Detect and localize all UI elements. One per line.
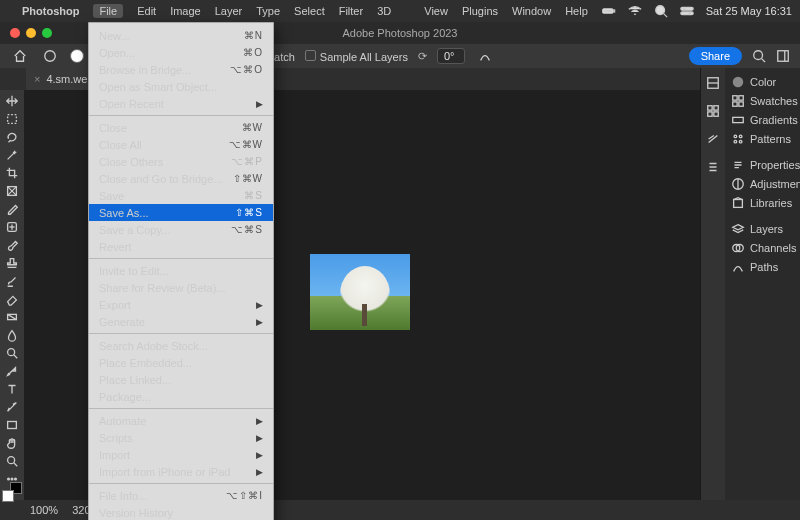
- panel-libraries[interactable]: Libraries: [729, 195, 796, 211]
- tool-brush[interactable]: [2, 238, 22, 252]
- tool-path[interactable]: [2, 400, 22, 414]
- tool-zoom[interactable]: [2, 454, 22, 468]
- menu-item-browse-in-bridge[interactable]: Browse in Bridge...⌥⌘O: [89, 61, 273, 78]
- menu-layer[interactable]: Layer: [215, 5, 243, 17]
- menu-image[interactable]: Image: [170, 5, 201, 17]
- menu-view[interactable]: View: [424, 5, 448, 17]
- control-center-icon[interactable]: [680, 4, 694, 18]
- workspace-toggle-icon[interactable]: [776, 49, 790, 63]
- menu-edit[interactable]: Edit: [137, 5, 156, 17]
- panel-paths[interactable]: Paths: [729, 259, 796, 275]
- tool-wand[interactable]: [2, 148, 22, 162]
- menubar-clock[interactable]: Sat 25 May 16:31: [706, 5, 792, 17]
- menu-window[interactable]: Window: [512, 5, 551, 17]
- menu-item-invite-to-edit[interactable]: Invite to Edit...: [89, 262, 273, 279]
- home-button[interactable]: [10, 47, 30, 65]
- svg-rect-48: [734, 200, 743, 208]
- panel-color[interactable]: Color: [729, 74, 796, 90]
- panel-channels[interactable]: Channels: [729, 240, 796, 256]
- menu-item-save-a-copy[interactable]: Save a Copy...⌥⌘S: [89, 221, 273, 238]
- panel-gradients[interactable]: Gradients: [729, 112, 796, 128]
- menu-item-new[interactable]: New...⌘N: [89, 27, 273, 44]
- tool-stamp[interactable]: [2, 256, 22, 270]
- svg-rect-35: [708, 112, 712, 116]
- menu-item-import-from-iphone-or-ipad[interactable]: Import from iPhone or iPad▶: [89, 463, 273, 480]
- wifi-icon: [628, 4, 642, 18]
- menu-type[interactable]: Type: [256, 5, 280, 17]
- panel-patterns[interactable]: Patterns: [729, 131, 796, 147]
- zoom-level[interactable]: 100%: [30, 504, 58, 516]
- tools-panel: [0, 90, 24, 500]
- panel-strip-icon-2[interactable]: [704, 102, 722, 120]
- panel-strip-icon-4[interactable]: [704, 158, 722, 176]
- tool-type[interactable]: [2, 382, 22, 396]
- menu-item-version-history[interactable]: Version History: [89, 504, 273, 520]
- tool-eraser[interactable]: [2, 292, 22, 306]
- tool-hand[interactable]: [2, 436, 22, 450]
- panel-layers[interactable]: Layers: [729, 221, 796, 237]
- minimize-window-button[interactable]: [26, 28, 36, 38]
- panel-swatches[interactable]: Swatches: [729, 93, 796, 109]
- panel-adjustments[interactable]: Adjustments: [729, 176, 796, 192]
- panel-strip-icon-3[interactable]: [704, 130, 722, 148]
- menu-item-generate[interactable]: Generate▶: [89, 313, 273, 330]
- menu-select[interactable]: Select: [294, 5, 325, 17]
- tool-crop[interactable]: [2, 166, 22, 180]
- panel-properties[interactable]: Properties: [729, 157, 796, 173]
- menu-item-save: Save⌘S: [89, 187, 273, 204]
- menu-app[interactable]: Photoshop: [22, 5, 79, 17]
- panel-strip-icon-1[interactable]: [704, 74, 722, 92]
- svg-rect-38: [733, 96, 737, 100]
- menu-item-open[interactable]: Open...⌘O: [89, 44, 273, 61]
- tool-rectangle[interactable]: [2, 418, 22, 432]
- menu-item-automate[interactable]: Automate▶: [89, 412, 273, 429]
- menu-item-save-as[interactable]: Save As...⇧⌘S: [89, 204, 273, 221]
- svg-rect-41: [739, 102, 743, 106]
- tool-preset-button[interactable]: [40, 47, 60, 65]
- menu-item-place-linked[interactable]: Place Linked...: [89, 371, 273, 388]
- menu-filter[interactable]: Filter: [339, 5, 363, 17]
- svg-point-28: [8, 478, 10, 480]
- menu-item-place-embedded[interactable]: Place Embedded...: [89, 354, 273, 371]
- tool-dodge[interactable]: [2, 346, 22, 360]
- canvas-image[interactable]: [310, 254, 410, 330]
- search-icon[interactable]: [654, 4, 668, 18]
- menu-item-open-as-smart-object[interactable]: Open as Smart Object...: [89, 78, 273, 95]
- menu-item-open-recent[interactable]: Open Recent▶: [89, 95, 273, 112]
- sample-all-layers-checkbox[interactable]: Sample All Layers: [305, 50, 408, 63]
- menu-item-import[interactable]: Import▶: [89, 446, 273, 463]
- close-window-button[interactable]: [10, 28, 20, 38]
- search-workspace-icon[interactable]: [752, 49, 766, 63]
- tool-eyedropper[interactable]: [2, 202, 22, 216]
- tool-lasso[interactable]: [2, 130, 22, 144]
- tool-blur[interactable]: [2, 328, 22, 342]
- tool-history[interactable]: [2, 274, 22, 288]
- menu-item-scripts[interactable]: Scripts▶: [89, 429, 273, 446]
- pressure-button[interactable]: [475, 47, 495, 65]
- menu-item-export[interactable]: Export▶: [89, 296, 273, 313]
- menu-file[interactable]: File: [93, 4, 123, 18]
- share-button[interactable]: Share: [689, 47, 742, 65]
- menu-item-close[interactable]: Close⌘W: [89, 119, 273, 136]
- maximize-window-button[interactable]: [42, 28, 52, 38]
- tool-move[interactable]: [2, 94, 22, 108]
- tool-heal[interactable]: [2, 220, 22, 234]
- menu-3d[interactable]: 3D: [377, 5, 391, 17]
- menu-help[interactable]: Help: [565, 5, 588, 17]
- foreground-background-swatches[interactable]: [2, 490, 22, 494]
- menu-item-close-and-go-to-bridge[interactable]: Close and Go to Bridge...⇧⌘W: [89, 170, 273, 187]
- tool-gradient[interactable]: [2, 310, 22, 324]
- angle-field[interactable]: 0°: [437, 48, 465, 64]
- menu-plugins[interactable]: Plugins: [462, 5, 498, 17]
- libraries-icon: [731, 196, 745, 210]
- swatches-icon: [731, 94, 745, 108]
- menu-item-search-adobe-stock[interactable]: Search Adobe Stock...: [89, 337, 273, 354]
- brush-preview[interactable]: [70, 49, 84, 63]
- menu-item-share-for-review-beta[interactable]: Share for Review (Beta)...: [89, 279, 273, 296]
- tool-marquee[interactable]: [2, 112, 22, 126]
- tool-frame[interactable]: [2, 184, 22, 198]
- menu-item-file-info[interactable]: File Info...⌥⇧⌘I: [89, 487, 273, 504]
- tool-pen[interactable]: [2, 364, 22, 378]
- menu-item-close-all[interactable]: Close All⌥⌘W: [89, 136, 273, 153]
- close-tab-icon[interactable]: ×: [34, 73, 40, 85]
